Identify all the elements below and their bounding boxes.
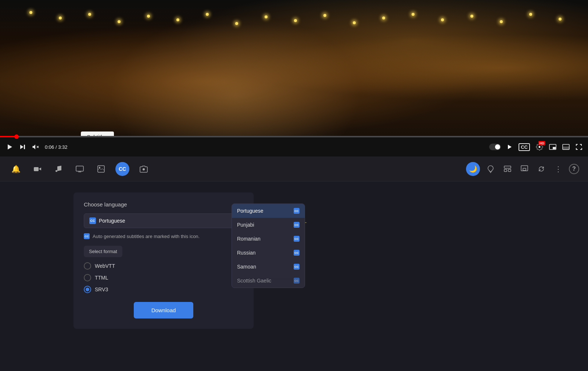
format-label-ttml: TTML [95,275,108,281]
dark-mode-button[interactable]: 🌙 [466,162,480,176]
image-icon[interactable] [94,162,108,176]
lang-label-romanian: Romanian [237,236,261,242]
svg-rect-9 [563,147,569,150]
toggle-knob [495,144,500,150]
bulb-icon[interactable] [484,163,497,175]
video-controls: 0:06 / 3:32 CC HD [0,137,588,156]
toolbar: 🔔 CC 🌙 ⋮ ? [0,156,588,181]
lang-label-punjabi: Punjabi [237,222,254,228]
language-select-wrap: CC Portuguese ▾ [84,213,243,228]
lang-dropdown-romanian[interactable]: Romanian CC [232,232,305,246]
format-section-label: Select format [84,246,122,257]
autoplay-play-icon [507,144,513,150]
svg-rect-17 [523,168,526,170]
svg-rect-13 [504,166,511,168]
miniplayer-button[interactable] [549,144,556,150]
camera-icon[interactable] [30,162,44,176]
lang-dropdown-samoan[interactable]: Samoan CC [232,260,305,274]
cc-toolbar-icon[interactable]: CC [115,162,129,176]
format-label-srv3: SRV3 [95,287,108,292]
svg-marker-0 [8,144,12,150]
music-icon[interactable] [51,162,65,176]
lang-label-russian: Russian [237,250,256,256]
lang-auto-icon-russian: CC [294,250,300,256]
more-options-icon[interactable]: ⋮ [552,163,564,175]
cc-control-button[interactable]: CC [519,143,530,151]
progress-bar[interactable] [0,136,588,137]
panel-title: Choose language [84,201,243,208]
lang-auto-icon: CC [89,217,96,224]
lang-auto-icon-scottish: CC [294,278,300,284]
lang-dropdown-scottish[interactable]: Scottish Gaelic CC [232,274,305,288]
lang-dropdown-punjabi[interactable]: Punjabi CC [232,218,305,232]
skip-button[interactable] [19,144,26,150]
radio-srv3 [84,286,91,293]
toolbar-right: 🌙 ⋮ ? [466,162,579,176]
language-select-left: CC Portuguese [89,217,125,224]
progress-dot [14,134,19,139]
hd-badge: HD [538,141,545,145]
svg-rect-15 [508,169,511,172]
format-option-ttml[interactable]: TTML [84,274,243,281]
svg-rect-7 [553,147,556,149]
radio-inner-srv3 [86,288,89,291]
language-dropdown: Portuguese CC Punjabi CC Romanian CC Rus… [232,203,305,288]
help-icon[interactable]: ? [569,164,579,174]
auto-gen-icon: CC [84,233,90,239]
auto-gen-note: CC Auto generated subtitles are marked w… [84,233,243,239]
format-option-webvtt[interactable]: WebVTT [84,262,243,270]
selected-language: Portuguese [99,218,125,224]
autoplay-toggle[interactable] [489,144,501,150]
radio-ttml [84,274,91,281]
lang-dropdown-portuguese[interactable]: Portuguese CC [232,204,305,218]
lang-label-portuguese: Portuguese [237,208,263,214]
main-content: Choose language CC Portuguese ▾ CC Auto … [0,181,588,371]
bell-icon[interactable]: 🔔 [9,162,23,176]
lang-label-scottish: Scottish Gaelic [237,278,271,284]
settings-button[interactable]: HD [536,143,543,151]
lang-auto-icon-samoan: CC [294,264,300,270]
lang-label-samoan: Samoan [237,264,256,270]
fairy-lights [0,11,588,33]
radio-webvtt [84,262,91,270]
lang-auto-icon-punjabi: CC [294,222,300,228]
mute-button[interactable] [32,143,39,151]
subtitles-panel: Choose language CC Portuguese ▾ CC Auto … [74,192,254,329]
theater-button[interactable] [562,144,570,150]
lang-dropdown-russian[interactable]: Russian CC [232,246,305,260]
play-button[interactable] [6,143,13,151]
fullscreen-button[interactable] [576,144,582,150]
format-option-srv3[interactable]: SRV3 [84,286,243,293]
photo-capture-icon[interactable] [137,162,151,176]
svg-rect-14 [504,169,507,172]
subtitles-tooltip: Subtitles [81,132,114,136]
svg-rect-2 [24,145,25,149]
layout-icon[interactable] [501,163,514,175]
cc-label: CC [521,144,528,150]
screen-icon[interactable] [73,162,87,176]
lang-auto-icon-romanian: CC [294,236,300,242]
svg-marker-5 [508,145,512,149]
lang-auto-icon-portuguese: CC [294,208,300,214]
svg-marker-1 [20,145,24,149]
export-icon[interactable] [518,163,531,175]
language-select[interactable]: CC Portuguese ▾ [84,213,243,228]
svg-rect-10 [76,166,83,171]
format-label-webvtt: WebVTT [95,263,115,269]
refresh-icon[interactable] [535,163,548,175]
time-display: 0:06 / 3:32 [45,144,67,150]
video-player: Subtitles [0,0,588,136]
download-button[interactable]: Download [134,302,194,318]
format-options: WebVTT TTML SRV3 [84,262,243,293]
